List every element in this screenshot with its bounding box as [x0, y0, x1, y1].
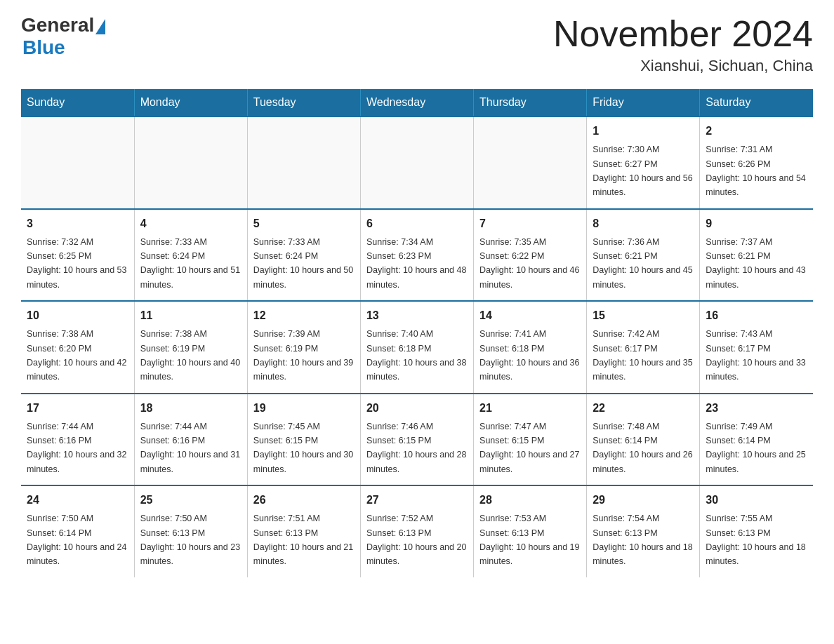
weekday-header-saturday: Saturday — [700, 89, 813, 116]
day-info: Sunrise: 7:35 AMSunset: 6:22 PMDaylight:… — [479, 237, 579, 290]
calendar-cell: 7Sunrise: 7:35 AMSunset: 6:22 PMDaylight… — [474, 209, 587, 302]
day-info: Sunrise: 7:46 AMSunset: 6:15 PMDaylight:… — [366, 422, 466, 474]
day-number: 1 — [593, 123, 694, 140]
day-info: Sunrise: 7:41 AMSunset: 6:18 PMDaylight:… — [479, 329, 579, 382]
day-info: Sunrise: 7:52 AMSunset: 6:13 PMDaylight:… — [366, 514, 466, 566]
day-info: Sunrise: 7:39 AMSunset: 6:19 PMDaylight:… — [253, 329, 353, 382]
day-info: Sunrise: 7:55 AMSunset: 6:13 PMDaylight:… — [706, 514, 805, 566]
day-info: Sunrise: 7:51 AMSunset: 6:13 PMDaylight:… — [253, 514, 353, 566]
calendar-cell: 8Sunrise: 7:36 AMSunset: 6:21 PMDaylight… — [587, 209, 700, 302]
weekday-header-friday: Friday — [587, 89, 700, 116]
day-info: Sunrise: 7:49 AMSunset: 6:14 PMDaylight:… — [706, 422, 805, 474]
day-info: Sunrise: 7:40 AMSunset: 6:18 PMDaylight:… — [366, 329, 466, 382]
day-number: 15 — [593, 307, 694, 324]
weekday-header-thursday: Thursday — [474, 89, 587, 116]
calendar-cell: 5Sunrise: 7:33 AMSunset: 6:24 PMDaylight… — [247, 209, 360, 302]
day-number: 9 — [706, 215, 807, 232]
logo-triangle-icon — [95, 19, 105, 34]
day-number: 19 — [253, 400, 355, 417]
calendar-cell — [247, 116, 360, 209]
logo-general-text: General — [21, 14, 94, 36]
day-number: 30 — [706, 492, 807, 509]
calendar-cell: 28Sunrise: 7:53 AMSunset: 6:13 PMDayligh… — [474, 485, 587, 577]
day-info: Sunrise: 7:30 AMSunset: 6:27 PMDaylight:… — [593, 145, 692, 197]
day-number: 8 — [593, 215, 694, 232]
calendar-cell: 3Sunrise: 7:32 AMSunset: 6:25 PMDaylight… — [21, 209, 134, 302]
calendar-cell: 23Sunrise: 7:49 AMSunset: 6:14 PMDayligh… — [700, 394, 813, 486]
calendar-week-row: 10Sunrise: 7:38 AMSunset: 6:20 PMDayligh… — [21, 301, 813, 394]
calendar-cell: 14Sunrise: 7:41 AMSunset: 6:18 PMDayligh… — [474, 301, 587, 394]
day-info: Sunrise: 7:47 AMSunset: 6:15 PMDaylight:… — [479, 422, 579, 474]
day-info: Sunrise: 7:34 AMSunset: 6:23 PMDaylight:… — [366, 237, 466, 290]
calendar-week-row: 24Sunrise: 7:50 AMSunset: 6:14 PMDayligh… — [21, 485, 813, 577]
day-number: 20 — [366, 400, 468, 417]
page-header: General Blue November 2024 Xianshui, Sic… — [21, 14, 813, 75]
calendar-cell: 1Sunrise: 7:30 AMSunset: 6:27 PMDaylight… — [587, 116, 700, 209]
day-number: 14 — [479, 307, 581, 324]
calendar-cell — [474, 116, 587, 209]
weekday-header-monday: Monday — [134, 89, 247, 116]
calendar-cell: 2Sunrise: 7:31 AMSunset: 6:26 PMDaylight… — [700, 116, 813, 209]
day-info: Sunrise: 7:44 AMSunset: 6:16 PMDaylight:… — [27, 422, 126, 474]
calendar-cell: 9Sunrise: 7:37 AMSunset: 6:21 PMDaylight… — [700, 209, 813, 302]
title-section: November 2024 Xianshui, Sichuan, China — [553, 14, 813, 75]
calendar-cell: 22Sunrise: 7:48 AMSunset: 6:14 PMDayligh… — [587, 394, 700, 486]
calendar-cell: 10Sunrise: 7:38 AMSunset: 6:20 PMDayligh… — [21, 301, 134, 394]
day-number: 10 — [27, 307, 128, 324]
day-info: Sunrise: 7:42 AMSunset: 6:17 PMDaylight:… — [593, 329, 692, 382]
day-number: 6 — [366, 215, 468, 232]
calendar-cell: 30Sunrise: 7:55 AMSunset: 6:13 PMDayligh… — [700, 485, 813, 577]
calendar-week-row: 1Sunrise: 7:30 AMSunset: 6:27 PMDaylight… — [21, 116, 813, 209]
day-number: 12 — [253, 307, 355, 324]
logo-blue-text: Blue — [22, 36, 65, 59]
day-number: 11 — [140, 307, 241, 324]
weekday-header-row: SundayMondayTuesdayWednesdayThursdayFrid… — [21, 89, 813, 116]
logo-top: General — [21, 14, 105, 36]
day-number: 21 — [479, 400, 581, 417]
calendar-table: SundayMondayTuesdayWednesdayThursdayFrid… — [21, 89, 813, 577]
calendar-cell: 4Sunrise: 7:33 AMSunset: 6:24 PMDaylight… — [134, 209, 247, 302]
day-number: 23 — [706, 400, 807, 417]
calendar-cell: 19Sunrise: 7:45 AMSunset: 6:15 PMDayligh… — [247, 394, 360, 486]
day-info: Sunrise: 7:50 AMSunset: 6:13 PMDaylight:… — [140, 514, 240, 566]
calendar-cell: 13Sunrise: 7:40 AMSunset: 6:18 PMDayligh… — [360, 301, 473, 394]
calendar-cell: 20Sunrise: 7:46 AMSunset: 6:15 PMDayligh… — [360, 394, 473, 486]
calendar-week-row: 17Sunrise: 7:44 AMSunset: 6:16 PMDayligh… — [21, 394, 813, 486]
day-number: 3 — [27, 215, 128, 232]
day-info: Sunrise: 7:53 AMSunset: 6:13 PMDaylight:… — [479, 514, 579, 566]
day-number: 7 — [479, 215, 581, 232]
location-title: Xianshui, Sichuan, China — [553, 57, 813, 75]
day-number: 5 — [253, 215, 355, 232]
day-info: Sunrise: 7:31 AMSunset: 6:26 PMDaylight:… — [706, 145, 805, 197]
day-info: Sunrise: 7:38 AMSunset: 6:20 PMDaylight:… — [27, 329, 126, 382]
day-number: 17 — [27, 400, 128, 417]
day-info: Sunrise: 7:50 AMSunset: 6:14 PMDaylight:… — [27, 514, 126, 566]
calendar-cell: 25Sunrise: 7:50 AMSunset: 6:13 PMDayligh… — [134, 485, 247, 577]
day-info: Sunrise: 7:38 AMSunset: 6:19 PMDaylight:… — [140, 329, 240, 382]
calendar-cell: 18Sunrise: 7:44 AMSunset: 6:16 PMDayligh… — [134, 394, 247, 486]
calendar-cell — [21, 116, 134, 209]
day-number: 28 — [479, 492, 581, 509]
day-info: Sunrise: 7:33 AMSunset: 6:24 PMDaylight:… — [253, 237, 353, 290]
calendar-cell: 21Sunrise: 7:47 AMSunset: 6:15 PMDayligh… — [474, 394, 587, 486]
calendar-cell: 17Sunrise: 7:44 AMSunset: 6:16 PMDayligh… — [21, 394, 134, 486]
calendar-cell: 16Sunrise: 7:43 AMSunset: 6:17 PMDayligh… — [700, 301, 813, 394]
day-number: 4 — [140, 215, 241, 232]
calendar-week-row: 3Sunrise: 7:32 AMSunset: 6:25 PMDaylight… — [21, 209, 813, 302]
day-number: 18 — [140, 400, 241, 417]
day-info: Sunrise: 7:43 AMSunset: 6:17 PMDaylight:… — [706, 329, 805, 382]
calendar-cell: 29Sunrise: 7:54 AMSunset: 6:13 PMDayligh… — [587, 485, 700, 577]
day-info: Sunrise: 7:32 AMSunset: 6:25 PMDaylight:… — [27, 237, 126, 290]
calendar-cell — [134, 116, 247, 209]
day-number: 16 — [706, 307, 807, 324]
day-number: 26 — [253, 492, 355, 509]
calendar-cell — [360, 116, 473, 209]
day-number: 25 — [140, 492, 241, 509]
logo: General Blue — [21, 14, 105, 59]
weekday-header-tuesday: Tuesday — [247, 89, 360, 116]
day-number: 2 — [706, 123, 807, 140]
calendar-cell: 24Sunrise: 7:50 AMSunset: 6:14 PMDayligh… — [21, 485, 134, 577]
day-number: 22 — [593, 400, 694, 417]
day-info: Sunrise: 7:45 AMSunset: 6:15 PMDaylight:… — [253, 422, 353, 474]
day-number: 24 — [27, 492, 128, 509]
